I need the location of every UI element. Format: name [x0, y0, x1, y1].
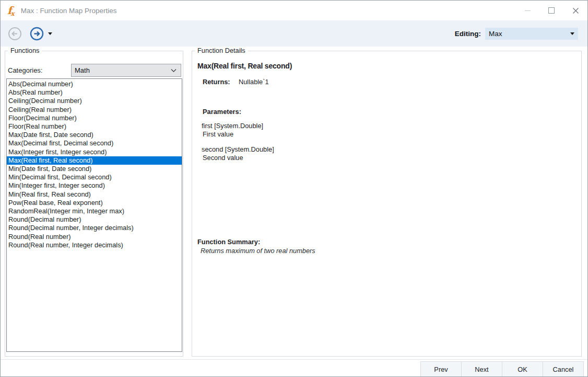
minimize-button[interactable]	[515, 1, 539, 20]
functions-list[interactable]: Abs(Decimal number)Abs(Real number)Ceili…	[6, 78, 182, 352]
maximize-icon	[548, 7, 555, 14]
function-list-item[interactable]: Ceiling(Decimal number)	[7, 97, 182, 105]
footer: PrevNextOKCancel	[1, 359, 587, 376]
title-bar: fx Max : Function Map Properties	[1, 1, 587, 20]
function-details-groupbox: Function Details Max(Real first, Real se…	[192, 51, 582, 357]
toolbar: Editing: Max	[1, 20, 587, 47]
back-icon	[8, 27, 22, 41]
function-list-item[interactable]: Ceiling(Real number)	[7, 106, 182, 114]
function-list-item[interactable]: Max(Integer first, Integer second)	[7, 148, 182, 156]
parameter-name: first [System.Double]	[202, 122, 263, 130]
function-list-item[interactable]: Round(Decimal number)	[7, 215, 182, 224]
chevron-down-icon	[570, 32, 574, 35]
minimize-icon	[525, 10, 531, 11]
function-list-item[interactable]: Round(Decimal number, Integer decimals)	[7, 224, 182, 232]
functions-groupbox: Functions Categories: Math Abs(Decimal n…	[5, 51, 183, 357]
function-details-groupbox-title: Function Details	[195, 47, 248, 54]
editing-label: Editing:	[455, 30, 481, 38]
maximize-button[interactable]	[539, 1, 563, 20]
footer-button[interactable]: Prev	[420, 361, 462, 377]
function-list-item[interactable]: Round(Real number, Integer decimals)	[7, 241, 182, 249]
categories-label: Categories:	[8, 66, 42, 74]
function-list-item[interactable]: RandomReal(Integer min, Integer max)	[7, 207, 182, 215]
parameter-description: First value	[203, 130, 233, 138]
editing-dropdown[interactable]: Max	[485, 28, 578, 40]
function-list-item[interactable]: Max(Decimal first, Decimal second)	[7, 139, 182, 147]
categories-dropdown-value: Math	[75, 66, 90, 74]
window-controls	[515, 1, 587, 20]
function-list-item[interactable]: Floor(Real number)	[7, 122, 182, 131]
parameter-description: Second value	[203, 154, 243, 162]
categories-dropdown[interactable]: Math	[71, 64, 181, 77]
function-map-properties-dialog: fx Max : Function Map Properties	[0, 0, 588, 377]
function-list-item[interactable]: Min(Real first, Real second)	[7, 190, 182, 199]
functions-groupbox-title: Functions	[8, 47, 42, 54]
function-signature: Max(Real first, Real second)	[197, 62, 292, 70]
editing-dropdown-value: Max	[489, 30, 502, 38]
function-list-item[interactable]: Abs(Real number)	[7, 88, 182, 97]
back-button[interactable]	[8, 27, 22, 41]
forward-button[interactable]	[30, 27, 44, 41]
function-list-item[interactable]: Max(Real first, Real second)	[7, 156, 182, 165]
window-title: Max : Function Map Properties	[21, 7, 117, 15]
function-summary-text: Returns maximum of two real numbers	[201, 247, 315, 255]
forward-dropdown-caret[interactable]	[48, 32, 52, 35]
close-icon	[572, 7, 579, 14]
footer-buttons: PrevNextOKCancel	[421, 361, 584, 377]
chevron-down-icon	[171, 68, 177, 73]
forward-icon	[30, 27, 44, 41]
function-list-item[interactable]: Round(Real number)	[7, 233, 182, 241]
footer-button[interactable]: Next	[461, 361, 502, 377]
parameter-name: second [System.Double]	[202, 145, 274, 153]
returns-label: Returns:	[203, 78, 230, 86]
function-list-item[interactable]: Min(Decimal first, Decimal second)	[7, 173, 182, 181]
function-list-item[interactable]: Max(Date first, Date second)	[7, 131, 182, 139]
footer-button[interactable]: Cancel	[543, 361, 584, 377]
function-list-item[interactable]: Min(Integer first, Integer second)	[7, 181, 182, 190]
returns-value: Nullable`1	[239, 78, 269, 86]
function-summary-label: Function Summary:	[197, 238, 260, 246]
fx-icon: fx	[7, 4, 16, 17]
function-list-item[interactable]: Abs(Decimal number)	[7, 80, 182, 88]
function-list-item[interactable]: Min(Date first, Date second)	[7, 165, 182, 173]
parameters-label: Parameters:	[203, 108, 241, 116]
function-list-item[interactable]: Floor(Decimal number)	[7, 114, 182, 122]
close-button[interactable]	[563, 1, 587, 20]
footer-button[interactable]: OK	[502, 361, 543, 377]
function-list-item[interactable]: Pow(Real base, Real exponent)	[7, 199, 182, 207]
